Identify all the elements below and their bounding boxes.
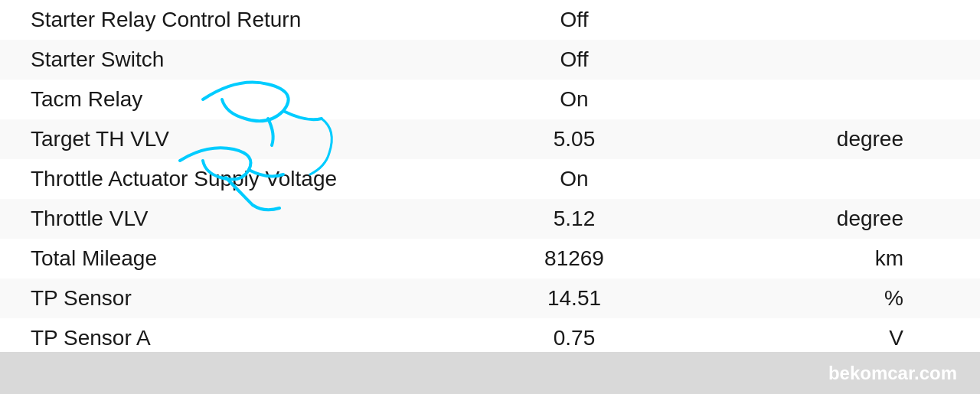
table-row: Tacm RelayOn (0, 80, 980, 119)
row-label: Starter Switch (31, 47, 459, 72)
row-label: Throttle Actuator Supply Voltage (31, 167, 459, 191)
table-row: Starter Relay Control ReturnOff (0, 0, 980, 40)
table-row: Throttle Actuator Supply VoltageOn (0, 159, 980, 199)
row-label: Throttle VLV (31, 207, 459, 231)
row-label: Tacm Relay (31, 87, 459, 112)
table-row: Starter SwitchOff (0, 40, 980, 80)
row-value: On (459, 87, 689, 112)
row-value: 5.12 (459, 207, 689, 231)
row-value: 0.75 (459, 326, 689, 350)
footer: bekomcar.com (0, 352, 980, 394)
row-label: Total Mileage (31, 246, 459, 271)
row-unit: % (689, 286, 949, 311)
row-unit: km (689, 246, 949, 271)
row-value: 81269 (459, 246, 689, 271)
table-row: Target TH VLV5.05degree (0, 119, 980, 159)
row-label: TP Sensor (31, 286, 459, 311)
row-label: Starter Relay Control Return (31, 8, 459, 32)
brand-text: bekomcar.com (828, 363, 957, 384)
table-row: Throttle VLV5.12degree (0, 199, 980, 239)
row-value: Off (459, 47, 689, 72)
row-unit: degree (689, 127, 949, 151)
row-unit: V (689, 326, 949, 350)
table-row: Total Mileage81269km (0, 239, 980, 278)
row-value: 5.05 (459, 127, 689, 151)
row-value: 14.51 (459, 286, 689, 311)
row-value: Off (459, 8, 689, 32)
row-label: Target TH VLV (31, 127, 459, 151)
table-row: TP Sensor14.51% (0, 278, 980, 318)
row-value: On (459, 167, 689, 191)
data-table: Starter Relay Control ReturnOffStarter S… (0, 0, 980, 394)
row-unit: degree (689, 207, 949, 231)
row-label: TP Sensor A (31, 326, 459, 350)
